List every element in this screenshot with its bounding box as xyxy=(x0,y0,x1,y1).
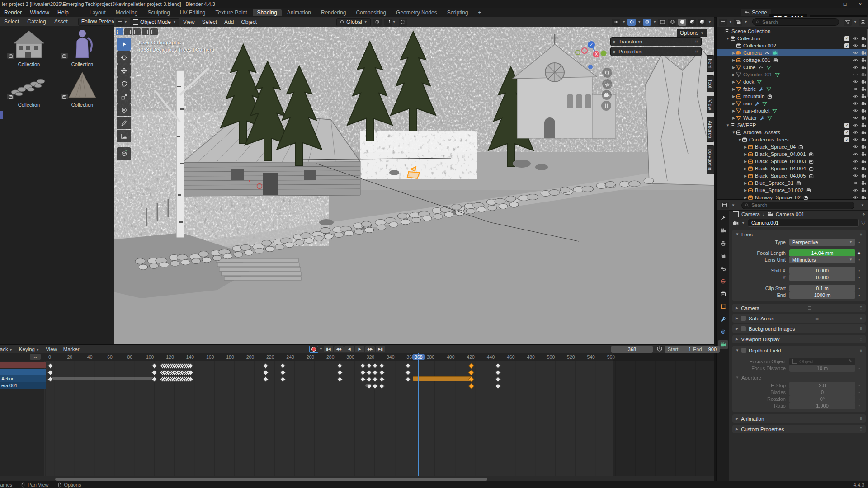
viewport-menu-select[interactable]: Select xyxy=(198,19,221,25)
menu-help[interactable]: Help xyxy=(53,9,73,16)
editor-type-button[interactable] xyxy=(116,19,124,26)
properties-tab-output[interactable] xyxy=(718,239,728,248)
outliner-search-input[interactable] xyxy=(761,19,836,25)
render-visibility-icon[interactable] xyxy=(861,72,866,77)
exclude-checkbox[interactable]: ✓ xyxy=(844,123,849,128)
exclude-checkbox[interactable]: ✓ xyxy=(844,43,849,48)
outliner-search[interactable] xyxy=(752,18,839,26)
viewport-menu-add[interactable]: Add xyxy=(221,19,237,25)
visibility-dropdown[interactable] xyxy=(612,19,620,26)
animate-dot[interactable]: ● xyxy=(857,286,861,290)
render-visibility-icon[interactable] xyxy=(861,94,866,99)
shading-material-button[interactable] xyxy=(688,19,696,26)
expand-arrow[interactable]: ▶ xyxy=(743,196,748,200)
rotation-field[interactable]: 0° xyxy=(789,395,855,403)
properties-tab-scene[interactable] xyxy=(718,264,728,273)
expand-arrow[interactable]: ▼ xyxy=(726,123,730,127)
render-visibility-icon[interactable] xyxy=(861,195,866,200)
outliner-row-blue-spruce-01[interactable]: ▶Blue_Spruce_01 xyxy=(717,179,868,187)
expand-arrow[interactable]: ▶ xyxy=(731,109,736,113)
expand-arrow[interactable]: ▼ xyxy=(737,138,742,142)
section-safe-areas[interactable]: ▶Safe Areas☰⠿ xyxy=(732,314,866,323)
properties-tab-object[interactable] xyxy=(718,302,728,311)
animate-dot[interactable]: ● xyxy=(857,366,861,370)
render-visibility-icon[interactable] xyxy=(861,43,866,48)
keyframe[interactable] xyxy=(280,376,286,382)
shading-wireframe-button[interactable] xyxy=(668,19,676,26)
shading-rendered-button[interactable] xyxy=(698,19,706,26)
clip-start-field[interactable]: 0.1 m xyxy=(789,285,855,292)
workspace-tab-scripting[interactable]: Scripting xyxy=(443,9,473,16)
workspace-tab-uv-editing[interactable]: UV Editing xyxy=(175,9,210,16)
tool-move[interactable] xyxy=(117,64,131,77)
eye-icon[interactable] xyxy=(853,72,858,77)
filter-button[interactable] xyxy=(844,19,852,26)
keyframe[interactable] xyxy=(151,370,157,375)
animate-dot[interactable]: ● xyxy=(857,293,861,296)
eye-icon[interactable] xyxy=(853,79,858,84)
expand-arrow[interactable]: ▼ xyxy=(726,37,730,41)
viewport-menu-object[interactable]: Object xyxy=(237,19,260,25)
timeline-menu-marker[interactable]: Marker xyxy=(60,347,83,352)
exclude-checkbox[interactable]: ✓ xyxy=(844,130,849,135)
render-visibility-icon[interactable] xyxy=(861,130,866,135)
outliner-row-blue-spruce-01-002[interactable]: ▶Blue_Spruce_01.002 xyxy=(717,187,868,194)
mode-tool-select-box[interactable] xyxy=(124,28,132,35)
properties-search-input[interactable] xyxy=(750,202,851,208)
eye-icon[interactable] xyxy=(853,122,858,128)
play-reverse-button[interactable]: ◀ xyxy=(344,346,354,352)
outliner-row-black-spruce-04-005[interactable]: ▶Black_Spruce_04.005 xyxy=(717,172,868,179)
render-visibility-icon[interactable] xyxy=(861,152,866,157)
keyframe[interactable] xyxy=(337,370,343,375)
eye-icon[interactable] xyxy=(853,130,858,135)
shift-x-field[interactable]: 0.000 xyxy=(789,267,855,274)
render-visibility-icon[interactable] xyxy=(861,87,866,92)
expand-arrow[interactable]: ▶ xyxy=(743,188,748,192)
properties-tab-world[interactable] xyxy=(718,277,728,286)
outliner-row-camera[interactable]: ▶Camera xyxy=(717,49,868,56)
keyframe[interactable] xyxy=(495,370,501,375)
eye-icon[interactable] xyxy=(853,195,858,200)
keyframe[interactable] xyxy=(405,370,411,375)
timeline-menu-keying[interactable]: Keying ▼ xyxy=(16,347,42,352)
mode-tool-select-lasso[interactable] xyxy=(142,28,149,35)
eye-icon[interactable] xyxy=(853,166,858,171)
render-visibility-icon[interactable] xyxy=(861,101,866,106)
keyframe[interactable] xyxy=(263,370,269,375)
ratio-field[interactable]: 1.000 xyxy=(789,402,855,409)
scene-selector[interactable]: Scene xyxy=(741,9,771,16)
outliner-row-coniferous-trees[interactable]: ▼Coniferous Trees✓ xyxy=(717,136,868,143)
keyframe[interactable] xyxy=(366,370,372,375)
workspace-tab-modeling[interactable]: Modeling xyxy=(111,9,142,16)
expand-arrow[interactable]: ▶ xyxy=(731,51,736,55)
outliner-row-rain-droplet[interactable]: ▶rain-droplet xyxy=(717,107,868,114)
outliner-display-mode[interactable] xyxy=(719,19,727,26)
eye-icon[interactable] xyxy=(853,151,858,157)
keyframe-diamond-icon[interactable]: ◆ xyxy=(857,251,861,255)
npanel-properties[interactable]: ▶ Properties ⠿ xyxy=(610,47,702,56)
channel-resize-handle[interactable]: ↔ xyxy=(30,354,41,360)
eye-icon[interactable] xyxy=(853,144,858,150)
expand-arrow[interactable]: ▶ xyxy=(731,94,736,99)
eye-icon[interactable] xyxy=(853,137,858,142)
keyframe[interactable] xyxy=(495,363,501,369)
keyframe[interactable] xyxy=(366,363,372,369)
keyframe[interactable] xyxy=(495,376,501,382)
properties-editor-type[interactable] xyxy=(721,202,729,209)
asset-menu-catalog[interactable]: Catalog xyxy=(23,19,50,25)
tool-add-cube[interactable] xyxy=(117,147,131,160)
render-visibility-icon[interactable] xyxy=(861,51,866,56)
render-visibility-icon[interactable] xyxy=(861,188,866,193)
outliner-row-cottage-001[interactable]: ▶cottage.001 xyxy=(717,56,868,64)
channel-Action[interactable]: Action xyxy=(0,375,46,382)
jump-start-button[interactable]: ▮◀ xyxy=(324,346,333,352)
tool-select-box[interactable] xyxy=(117,38,131,51)
expand-arrow[interactable]: ▼ xyxy=(731,131,736,135)
close-button[interactable]: × xyxy=(853,0,868,8)
keyframe[interactable] xyxy=(47,370,53,375)
section-camera[interactable]: ▶Camera☰⠿ xyxy=(732,304,866,312)
blades-field[interactable]: 0 xyxy=(789,389,855,396)
animate-dot[interactable]: ● xyxy=(857,276,861,279)
properties-tab-modifiers[interactable] xyxy=(718,315,728,324)
outliner-row-collection-002[interactable]: Collection.002✓ xyxy=(717,42,868,49)
